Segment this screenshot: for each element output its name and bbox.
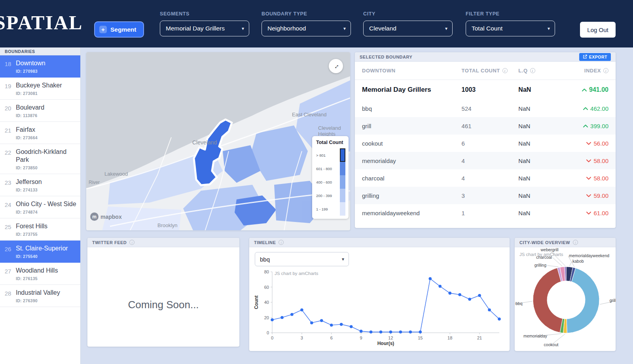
app-logo: SPATIAL	[0, 11, 83, 34]
svg-text:memorialday: memorialday	[523, 334, 548, 338]
legend-row[interactable]: 1 - 199	[316, 202, 345, 216]
boundary-list-item[interactable]: 26St. Claire-SuperiorID: 275540	[0, 241, 80, 263]
boundary-list-item[interactable]: 20BoulevardID: 113876	[0, 100, 80, 122]
boundary-number: 20	[0, 104, 16, 118]
segments-label: SEGMENTS	[160, 11, 249, 17]
boundary-table-header: DOWNTOWN TOTAL COUNTi L.Qi INDEXi	[355, 62, 616, 80]
city-dropdown[interactable]: Cleveland ▾	[363, 21, 453, 36]
boundary-list-item[interactable]: 28Industrial ValleyID: 276390	[0, 285, 80, 307]
total-count-cell: 3	[462, 192, 519, 199]
down-chevron-icon	[586, 142, 591, 145]
export-button[interactable]: EXPORT	[579, 53, 611, 61]
boundary-table-row[interactable]: memorialday4NaN58.00	[355, 152, 616, 169]
boundary-table-row[interactable]: grilling3NaN59.00	[355, 187, 616, 204]
info-icon[interactable]: i	[603, 68, 608, 73]
boundary-list-item[interactable]: 27Woodland HillsID: 276135	[0, 263, 80, 285]
amcharts-watermark: JS chart by amCharts	[519, 252, 563, 257]
total-count-cell: 524	[462, 105, 519, 112]
boundary-table-row[interactable]: charcoal4NaN58.00	[355, 169, 616, 187]
boundary-item-body: Industrial ValleyID: 276390	[16, 289, 77, 303]
boundary-list-item[interactable]: 21FairfaxID: 273664	[0, 122, 80, 144]
boundary-list-item[interactable]: 23JeffersonID: 274133	[0, 174, 80, 196]
legend-swatch	[340, 189, 345, 202]
svg-text:9: 9	[360, 336, 362, 340]
segments-dropdown[interactable]: Memorial Day Grillers ▾	[160, 21, 249, 36]
svg-text:21: 21	[477, 336, 482, 340]
index-cell: 59.00	[556, 192, 608, 199]
selected-boundary-header: SELECTED BOUNDARY EXPORT	[355, 52, 616, 62]
legend-row[interactable]: 200 - 399	[316, 189, 345, 202]
boundary-list-item[interactable]: 22Goodrich-Kirkland ParkID: 273850	[0, 144, 80, 174]
boundary-number: 18	[0, 59, 16, 74]
index-value: 56.00	[593, 140, 608, 147]
svg-text:webergrill: webergrill	[540, 247, 559, 252]
legend-range-label: 200 - 399	[316, 193, 340, 198]
add-segment-button[interactable]: + Segment	[94, 21, 144, 38]
lq-cell: NaN	[518, 192, 556, 199]
boundary-list-item[interactable]: 18DowntownID: 270983	[0, 55, 80, 78]
legend-row[interactable]: 601 - 800	[316, 162, 345, 175]
svg-text:40: 40	[264, 300, 269, 305]
choropleth-map[interactable]	[86, 52, 351, 231]
filter-type-dropdown-group: FILTER TYPE Total Count ▾	[466, 11, 555, 36]
chevron-down-icon: ▾	[342, 256, 344, 262]
boundary-type-dropdown[interactable]: Neighborhood ▾	[262, 21, 351, 36]
boundary-item-body: JeffersonID: 274133	[16, 178, 77, 192]
boundaries-header: BOUNDARIES	[0, 47, 80, 55]
boundary-table-row[interactable]: memorialdayweekend1NaN61.00	[355, 204, 616, 222]
twitter-feed-header: TWITTER FEED i	[87, 238, 239, 247]
city-value: Cleveland	[369, 25, 396, 32]
info-icon[interactable]: i	[502, 68, 508, 73]
index-cell: 399.00	[556, 123, 608, 129]
timeline-term-dropdown[interactable]: bbq ▾	[255, 252, 349, 266]
map-panel[interactable]: East ClevelandClevelandCleveland Heights…	[86, 52, 351, 231]
boundary-id: ID: 270983	[16, 69, 77, 74]
legend-range-label: 1 - 199	[316, 207, 340, 211]
svg-text:20: 20	[264, 315, 269, 320]
boundary-number: 21	[0, 126, 16, 140]
boundary-item-body: Ohio City - West SideID: 274874	[16, 200, 77, 214]
lq-cell: NaN	[518, 175, 556, 182]
map-legend[interactable]: Total Count > 801601 - 800400 - 600200 -…	[312, 136, 349, 219]
boundary-item-body: BoulevardID: 113876	[16, 104, 77, 118]
coming-soon-text: Coming Soon...	[128, 299, 199, 311]
legend-range-label: 400 - 600	[316, 180, 340, 184]
twitter-feed-panel: TWITTER FEED i Coming Soon...	[87, 237, 240, 347]
index-value: 61.00	[593, 210, 608, 216]
boundary-list-item[interactable]: 25Forest HillsID: 273755	[0, 218, 80, 241]
boundary-table-row[interactable]: Memorial Day Grillers1003NaN941.00	[355, 80, 616, 100]
index-value: 462.00	[590, 105, 608, 112]
timeline-panel: TIMELINE i bbq ▾ JS chart by amCharts 02…	[249, 237, 510, 351]
citywide-donut-chart[interactable]: kabobmemorialdayweekendgrillcookoutmemor…	[515, 247, 616, 351]
boundary-number: 26	[0, 245, 16, 259]
info-icon[interactable]: i	[129, 240, 135, 245]
boundary-item-body: Woodland HillsID: 276135	[16, 267, 77, 281]
legend-row[interactable]: > 801	[316, 148, 345, 162]
top-navigation-bar: SPATIAL + Segment SEGMENTS Memorial Day …	[0, 0, 633, 47]
filter-type-dropdown[interactable]: Total Count ▾	[466, 21, 555, 36]
boundary-item-body: Goodrich-Kirkland ParkID: 273850	[16, 148, 77, 170]
boundary-list-item[interactable]: 19Buckeye ShakerID: 273081	[0, 78, 80, 100]
boundary-table-row[interactable]: cookout6NaN56.00	[355, 135, 616, 152]
boundary-type-label: BOUNDARY TYPE	[262, 11, 351, 17]
lq-cell: NaN	[518, 140, 556, 147]
total-count-cell: 4	[462, 175, 519, 182]
boundary-type-dropdown-group: BOUNDARY TYPE Neighborhood ▾	[262, 11, 351, 36]
boundary-list-item[interactable]: 24Ohio City - West SideID: 274874	[0, 196, 80, 218]
selected-boundary-panel: SELECTED BOUNDARY EXPORT DOWNTOWN TOTAL …	[354, 52, 616, 228]
boundary-item-body: St. Claire-SuperiorID: 275540	[16, 245, 77, 259]
index-value: 58.00	[593, 175, 608, 182]
svg-text:60: 60	[264, 285, 269, 290]
boundary-table-row[interactable]: bbq524NaN462.00	[355, 100, 616, 117]
timeline-line-chart[interactable]: 020406080036912151821CountHour(s)	[252, 268, 510, 349]
map-expand-button[interactable]: ↔	[329, 59, 343, 73]
logout-button[interactable]: Log Out	[580, 22, 616, 38]
legend-row[interactable]: 400 - 600	[316, 175, 345, 189]
info-icon[interactable]: i	[279, 240, 284, 245]
index-value: 399.00	[590, 123, 608, 129]
up-chevron-icon	[582, 88, 587, 92]
boundary-table-row[interactable]: grill461NaN399.00	[355, 117, 616, 135]
info-icon[interactable]: i	[530, 68, 535, 73]
info-icon[interactable]: i	[573, 240, 578, 245]
boundary-id: ID: 273664	[16, 135, 77, 140]
